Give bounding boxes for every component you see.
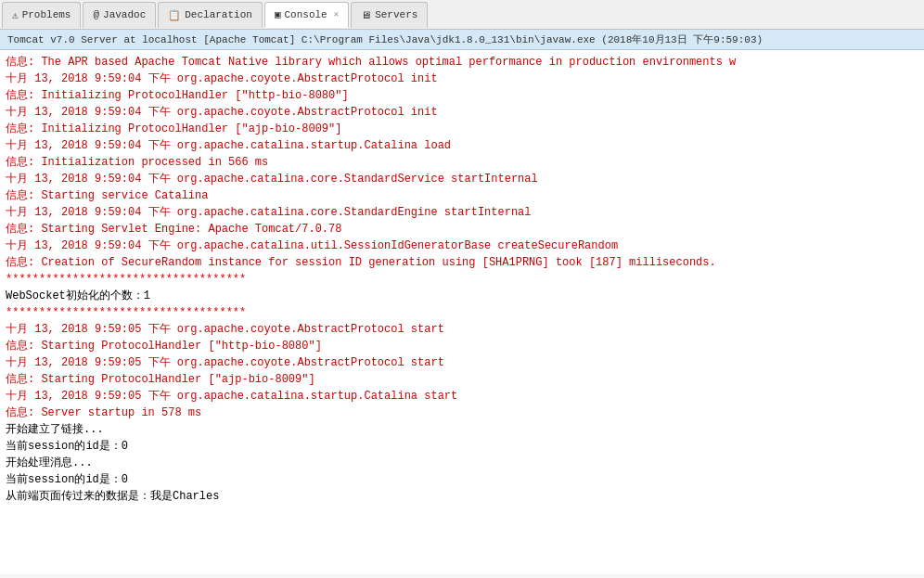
servers-tab-label: Servers (375, 9, 417, 20)
console-output[interactable]: 信息: The APR based Apache Tomcat Native l… (0, 50, 924, 574)
javadoc-tab-label: Javadoc (103, 9, 146, 20)
console-line: 十月 13, 2018 9:59:04 下午 org.apache.catali… (6, 238, 918, 254)
console-line: 信息: Server startup in 578 ms (6, 405, 918, 421)
console-line: 十月 13, 2018 9:59:04 下午 org.apache.coyote… (6, 71, 918, 87)
title-text: Tomcat v7.0 Server at localhost [Apache … (7, 34, 763, 45)
console-line: 信息: The APR based Apache Tomcat Native l… (6, 54, 918, 71)
console-line: 信息: Initializing ProtocolHandler ["http-… (6, 87, 918, 104)
tab-console[interactable]: ▣Console✕ (264, 2, 349, 28)
console-line: 信息: Initialization processed in 566 ms (6, 154, 918, 171)
ide-window: ⚠Problems@Javadoc📋Declaration▣Console✕🖥S… (0, 0, 924, 574)
tab-problems[interactable]: ⚠Problems (2, 2, 81, 28)
console-line: 十月 13, 2018 9:59:04 下午 org.apache.catali… (6, 171, 918, 187)
console-line: 十月 13, 2018 9:59:04 下午 org.apache.catali… (6, 204, 918, 221)
declaration-tab-icon: 📋 (168, 9, 181, 21)
tab-javadoc[interactable]: @Javadoc (83, 2, 156, 28)
problems-tab-label: Problems (22, 9, 71, 20)
console-line: ************************************ (6, 271, 918, 288)
console-line: WebSocket初始化的个数：1 (6, 288, 918, 304)
console-line: 十月 13, 2018 9:59:05 下午 org.apache.coyote… (6, 321, 918, 338)
console-line: 信息: Initializing ProtocolHandler ["ajp-b… (6, 121, 918, 137)
console-line: 从前端页面传过来的数据是：我是Charles (6, 488, 918, 505)
console-line: 当前session的id是：0 (6, 471, 918, 488)
console-line: 信息: Creation of SecureRandom instance fo… (6, 254, 918, 271)
console-line: 开始处理消息... (6, 455, 918, 471)
console-line: 十月 13, 2018 9:59:04 下午 org.apache.coyote… (6, 104, 918, 121)
console-line: 信息: Starting ProtocolHandler ["ajp-bio-8… (6, 371, 918, 388)
console-tab-icon: ▣ (275, 8, 281, 20)
problems-tab-icon: ⚠ (12, 9, 19, 21)
console-line: 信息: Starting Servlet Engine: Apache Tomc… (6, 221, 918, 238)
javadoc-tab-icon: @ (93, 9, 99, 20)
console-line: 信息: Starting service Catalina (6, 187, 918, 204)
console-line: 当前session的id是：0 (6, 438, 918, 455)
console-line: ************************************ (6, 304, 918, 321)
console-line: 十月 13, 2018 9:59:05 下午 org.apache.catali… (6, 388, 918, 405)
tab-declaration[interactable]: 📋Declaration (158, 2, 263, 28)
tab-servers[interactable]: 🖥Servers (351, 2, 428, 28)
console-line: 十月 13, 2018 9:59:04 下午 org.apache.catali… (6, 137, 918, 154)
declaration-tab-label: Declaration (185, 9, 252, 20)
console-line: 开始建立了链接... (6, 421, 918, 438)
console-title-bar: Tomcat v7.0 Server at localhost [Apache … (0, 30, 924, 50)
console-tab-close[interactable]: ✕ (334, 9, 339, 19)
console-tab-label: Console (285, 9, 327, 20)
servers-tab-icon: 🖥 (361, 9, 371, 21)
console-line: 信息: Starting ProtocolHandler ["http-bio-… (6, 338, 918, 354)
console-line: 十月 13, 2018 9:59:05 下午 org.apache.coyote… (6, 354, 918, 371)
tab-bar: ⚠Problems@Javadoc📋Declaration▣Console✕🖥S… (0, 0, 924, 30)
